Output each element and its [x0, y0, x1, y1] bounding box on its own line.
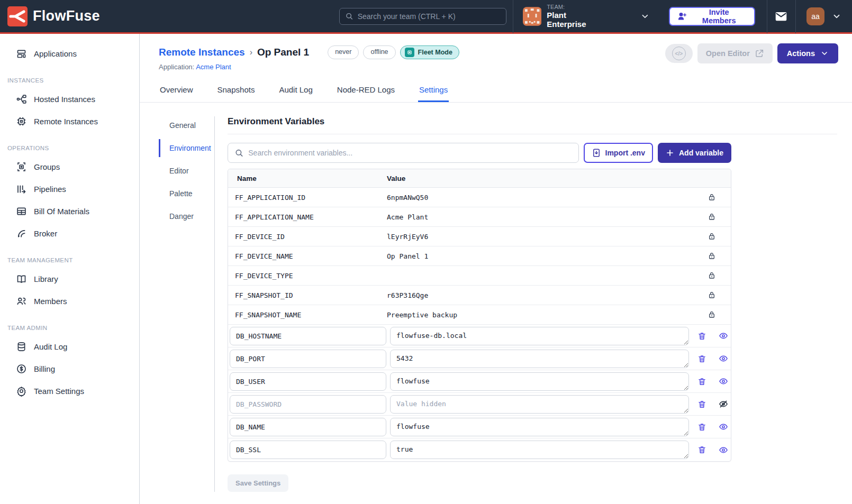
actions-button[interactable]: Actions — [777, 43, 838, 63]
notifications-button[interactable] — [767, 0, 796, 33]
sidebar-label: Groups — [34, 162, 60, 171]
team-selector[interactable]: TEAM: Plant Enterprise — [513, 0, 659, 33]
delete-variable-button[interactable] — [693, 327, 711, 345]
book-icon — [16, 273, 27, 285]
settings-nav-environment[interactable]: Environment — [159, 139, 214, 157]
eye-icon-button[interactable] — [714, 441, 732, 459]
sidebar-label: Billing — [34, 364, 55, 373]
table-row — [228, 393, 731, 416]
delete-variable-button[interactable] — [693, 441, 711, 459]
settings-nav-general[interactable]: General — [159, 116, 214, 134]
eye-icon-button[interactable] — [714, 418, 732, 436]
sidebar-item-remote-instances[interactable]: Remote Instances — [0, 110, 139, 132]
env-name-input[interactable] — [230, 327, 386, 345]
sidebar-item-broker[interactable]: Broker — [0, 222, 139, 244]
sidebar-item-audit-log[interactable]: Audit Log — [0, 335, 139, 358]
env-value: Preemptive backup — [387, 311, 693, 319]
env-value-input[interactable]: flowfuse — [390, 372, 689, 391]
sidebar-item-applications[interactable]: Applications — [0, 42, 139, 65]
gear-icon — [16, 386, 27, 397]
search-icon — [345, 12, 354, 21]
env-search-input[interactable] — [248, 149, 572, 157]
table-icon — [16, 206, 27, 217]
breadcrumb-remote-instances[interactable]: Remote Instances — [159, 47, 245, 58]
env-value-input[interactable]: 5432 — [390, 350, 689, 368]
sidebar-item-team-settings[interactable]: Team Settings — [0, 380, 139, 402]
user-plus-icon — [677, 11, 687, 21]
sidebar-item-bill-of-materials[interactable]: Bill Of Materials — [0, 200, 139, 222]
lock-icon — [693, 213, 731, 221]
tab-audit-log[interactable]: Audit Log — [278, 79, 313, 102]
env-value-input[interactable]: true — [390, 441, 689, 459]
delete-variable-button[interactable] — [693, 350, 711, 368]
env-value: Op Panel 1 — [387, 252, 693, 260]
sidebar-item-pipelines[interactable]: Pipelines — [0, 178, 139, 200]
settings-nav-danger[interactable]: Danger — [159, 207, 214, 225]
import-env-button[interactable]: Import .env — [584, 143, 653, 163]
sidebar-label: Team Settings — [34, 387, 84, 396]
team-avatar — [523, 7, 541, 26]
eye-icon-button[interactable] — [714, 372, 732, 390]
top-navbar: FlowFuse TEAM: Plant Enterprise — [0, 0, 852, 34]
developer-mode-button[interactable]: </> — [665, 44, 693, 63]
table-header: Name Value — [228, 169, 731, 188]
badge-last-seen: never — [328, 45, 359, 59]
add-variable-button[interactable]: Add variable — [658, 143, 731, 163]
env-search[interactable] — [228, 143, 579, 163]
env-name-input[interactable] — [230, 350, 386, 368]
save-settings-button[interactable]: Save Settings — [228, 474, 288, 492]
env-name-input[interactable] — [230, 395, 386, 414]
table-row: FF_SNAPSHOT_ID r63P316Qge — [228, 286, 731, 305]
settings-nav-palette[interactable]: Palette — [159, 185, 214, 203]
settings-nav-editor[interactable]: Editor — [159, 162, 214, 180]
breadcrumb-separator: › — [250, 48, 252, 57]
sidebar-item-library[interactable]: Library — [0, 268, 139, 290]
user-avatar: aa — [806, 7, 824, 25]
eye-off-icon-button[interactable] — [714, 395, 732, 413]
sidebar-item-groups[interactable]: Groups — [0, 155, 139, 178]
eye-icon-button[interactable] — [714, 327, 732, 345]
sidebar-item-billing[interactable]: Billing — [0, 358, 139, 380]
sidebar-label: Bill Of Materials — [34, 207, 89, 216]
env-name-input[interactable] — [230, 372, 386, 391]
lock-icon — [693, 271, 731, 280]
env-value-input[interactable]: flowfuse-db.local — [390, 327, 689, 345]
tab-node-red-logs[interactable]: Node-RED Logs — [336, 79, 396, 102]
tab-overview[interactable]: Overview — [159, 79, 194, 102]
sidebar-item-members[interactable]: Members — [0, 290, 139, 312]
column-header-name: Name — [228, 175, 387, 182]
chevron-down-icon — [832, 12, 841, 21]
delete-variable-button[interactable] — [693, 418, 711, 436]
open-editor-button[interactable]: Open Editor — [697, 43, 773, 63]
team-search[interactable] — [339, 8, 506, 25]
user-menu[interactable]: aa — [796, 7, 852, 25]
mail-icon — [774, 10, 788, 23]
table-row: FF_APPLICATION_NAME Acme Plant — [228, 207, 731, 227]
rss-icon — [16, 228, 27, 239]
invite-members-button[interactable]: Invite Members — [669, 7, 755, 26]
external-link-icon — [755, 49, 764, 58]
delete-variable-button[interactable] — [693, 372, 711, 390]
env-value: 6npmANwQ50 — [387, 194, 693, 201]
sidebar-label: Audit Log — [34, 342, 67, 351]
eye-icon-button[interactable] — [714, 350, 732, 368]
chip-icon — [405, 48, 414, 57]
sidebar-item-hosted-instances[interactable]: Hosted Instances — [0, 88, 139, 110]
groups-icon — [16, 161, 27, 172]
tab-snapshots[interactable]: Snapshots — [216, 79, 256, 102]
env-name: FF_SNAPSHOT_ID — [228, 291, 387, 299]
applications-icon — [16, 48, 27, 59]
env-value-input[interactable]: flowfuse — [390, 418, 689, 436]
application-link[interactable]: Acme Plant — [196, 63, 231, 71]
env-name-input[interactable] — [230, 441, 386, 459]
delete-variable-button[interactable] — [693, 395, 711, 413]
table-row: FF_DEVICE_ID lEyrRjEyV6 — [228, 227, 731, 246]
env-value-input[interactable] — [390, 395, 689, 414]
flowfuse-logo[interactable]: FlowFuse — [0, 6, 140, 26]
team-search-input[interactable] — [358, 12, 501, 21]
chevron-down-icon — [820, 49, 829, 58]
code-icon: </> — [672, 47, 686, 60]
document-download-icon — [592, 148, 601, 158]
env-name-input[interactable] — [230, 418, 386, 436]
tab-settings[interactable]: Settings — [418, 79, 449, 102]
